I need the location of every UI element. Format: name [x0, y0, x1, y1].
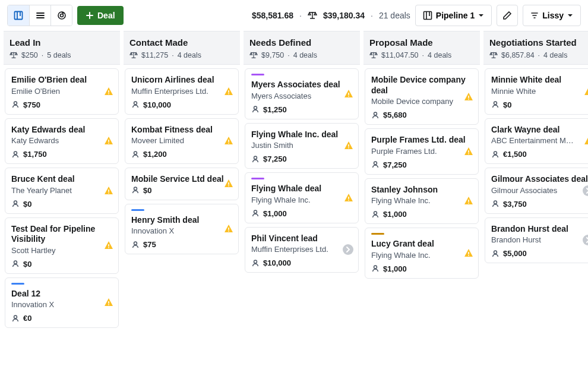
svg-point-40 — [254, 260, 257, 263]
column-title: Proposal Made — [369, 37, 474, 48]
cards-list: Minnie White dealMinnie White $0 Clark W… — [483, 65, 588, 267]
person-icon — [371, 111, 380, 119]
deal-title: Test Deal for Pipeline Visibility — [11, 224, 112, 245]
deal-card[interactable]: Lucy Grant dealFlying Whale Inc. $1,000 — [365, 228, 479, 279]
kanban-view-button[interactable] — [8, 5, 29, 26]
label-stripe — [251, 74, 264, 75]
svg-point-28 — [134, 242, 137, 245]
deal-card[interactable]: Test Deal for Pipeline VisibilityScott H… — [5, 217, 119, 274]
svg-rect-53 — [468, 255, 469, 256]
owner-filter[interactable]: Lissy — [523, 5, 581, 26]
deal-title: Kombat Fitness deal — [131, 125, 232, 135]
deal-org: Mobile Device company — [371, 97, 472, 106]
pipeline-name: Pipeline 1 — [436, 11, 475, 20]
deal-card[interactable]: Katy Edwards dealKaty Edwards $1,750 — [5, 118, 119, 165]
deal-card[interactable]: Brandon Hurst dealBrandon Hurst $5,000 — [485, 217, 588, 264]
svg-rect-39 — [348, 200, 349, 201]
person-icon — [131, 150, 140, 159]
warning-icon — [104, 186, 113, 195]
scale-icon — [308, 11, 317, 20]
deal-card[interactable]: Gilmour Associates dealGilmour Associate… — [485, 168, 588, 214]
deal-title: Mobile Service Ltd deal — [131, 174, 232, 185]
deal-card[interactable]: Kombat Fitness dealMoveer Limited $1,200 — [125, 118, 239, 165]
warning-icon — [584, 87, 588, 96]
column-title: Needs Defined — [249, 37, 354, 48]
deal-bottom: $10,000 — [251, 258, 352, 267]
warning-icon — [344, 193, 353, 203]
separator-dot: · — [422, 51, 424, 59]
column-count: 4 deals — [543, 51, 567, 59]
kanban-icon — [14, 11, 23, 20]
deal-card[interactable]: Stanley JohnsonFlying Whale Inc. $1,000 — [365, 178, 479, 225]
deal-status-indicator — [464, 92, 473, 102]
column-header[interactable]: Contact Made $11,275·4 deals — [124, 31, 240, 65]
person-icon — [491, 200, 500, 208]
deal-org: Gilmour Associates — [491, 186, 588, 195]
deal-org: Flying Whale Inc. — [251, 195, 352, 204]
column-title: Lead In — [10, 37, 114, 48]
deal-status-indicator — [583, 235, 588, 245]
deal-value: $3,750 — [503, 200, 527, 209]
kanban-board: Lead In $250·5 dealsEmilie O'Brien dealE… — [0, 31, 588, 332]
list-view-button[interactable] — [29, 5, 50, 26]
svg-point-57 — [494, 152, 497, 154]
deal-card[interactable]: Mobile Device company dealMobile Device … — [365, 68, 479, 125]
deal-bottom: $7,250 — [251, 154, 352, 163]
forecast-view-button[interactable] — [50, 5, 72, 26]
deal-value: $0 — [143, 186, 151, 195]
add-deal-button[interactable]: Deal — [77, 6, 124, 25]
deal-card[interactable]: Purple Frames Ltd. dealPurple Frames Ltd… — [365, 128, 479, 175]
column-header[interactable]: Negotiations Started $6,857.84·4 deals — [483, 31, 588, 65]
deal-status-indicator — [344, 89, 353, 99]
deal-value: €0 — [23, 314, 31, 323]
deal-card[interactable]: Phil Vincent leadMuffin Enterprises Ltd.… — [245, 227, 359, 273]
deal-card[interactable]: Emilie O'Brien dealEmilie O'Brien $750 — [5, 68, 119, 115]
deal-bottom: €1,500 — [491, 150, 588, 159]
svg-point-45 — [374, 162, 377, 165]
deal-card[interactable]: Henry Smith dealInnovation X $75 — [125, 204, 239, 255]
person-icon — [131, 100, 140, 109]
deal-title: Deal 12 — [11, 289, 112, 299]
deal-card[interactable]: Minnie White dealMinnie White $0 — [485, 68, 588, 115]
deal-card[interactable]: Deal 12Innovation X €0 — [5, 277, 119, 329]
svg-rect-36 — [348, 147, 349, 149]
deal-card[interactable]: Clark Wayne dealABC Entertainment M… €1,… — [485, 118, 588, 165]
toolbar: Deal $58,581.68 · $39,180.34 · 21 deals … — [0, 0, 588, 31]
svg-rect-14 — [108, 244, 109, 247]
deal-org: Innovation X — [11, 300, 112, 309]
deal-card[interactable]: Flying Whale Inc. dealJustin Smith $7,25… — [245, 123, 359, 169]
column-count: 4 deals — [428, 51, 451, 59]
deal-org: Emilie O'Brien — [11, 87, 112, 96]
svg-point-7 — [14, 152, 17, 154]
svg-point-63 — [583, 235, 588, 245]
arrow-circle-icon — [583, 235, 588, 245]
deal-card[interactable]: Bruce Kent dealThe Yearly Planet $0 — [5, 168, 119, 214]
deal-card[interactable]: Mobile Service Ltd deal $0 — [125, 168, 239, 200]
edit-button[interactable] — [497, 5, 518, 26]
deal-bottom: $3,750 — [491, 200, 588, 209]
svg-rect-3 — [423, 12, 431, 20]
deal-card[interactable]: Flying Whale dealFlying Whale Inc. $1,00… — [245, 172, 359, 223]
svg-rect-32 — [348, 93, 349, 95]
deal-status-indicator — [224, 87, 233, 96]
deal-bottom: $75 — [131, 240, 232, 249]
person-icon — [11, 260, 20, 268]
deal-bottom: €0 — [11, 314, 112, 323]
pipeline-selector[interactable]: Pipeline 1 — [415, 5, 492, 26]
warning-icon — [224, 87, 233, 96]
svg-rect-50 — [468, 203, 469, 204]
deal-title: Flying Whale Inc. deal — [251, 130, 352, 140]
svg-rect-12 — [108, 193, 109, 194]
column-header[interactable]: Proposal Made $11,047.50·4 deals — [363, 31, 480, 65]
column-count: 5 deals — [47, 51, 71, 59]
column-header[interactable]: Needs Defined $9,750·4 deals — [244, 31, 360, 65]
separator-dot: · — [42, 51, 43, 59]
filter-icon — [530, 11, 539, 20]
separator-dot: · — [538, 51, 540, 59]
deal-card[interactable]: Myers Associates dealMyers Associates $1… — [245, 68, 359, 119]
deal-card[interactable]: Unicorn Airlines dealMuffin Enterprises … — [125, 68, 239, 115]
person-icon — [371, 264, 380, 273]
deal-org: Flying Whale Inc. — [371, 251, 472, 260]
column-header[interactable]: Lead In $250·5 deals — [4, 31, 120, 65]
deal-title: Myers Associates deal — [251, 80, 352, 90]
